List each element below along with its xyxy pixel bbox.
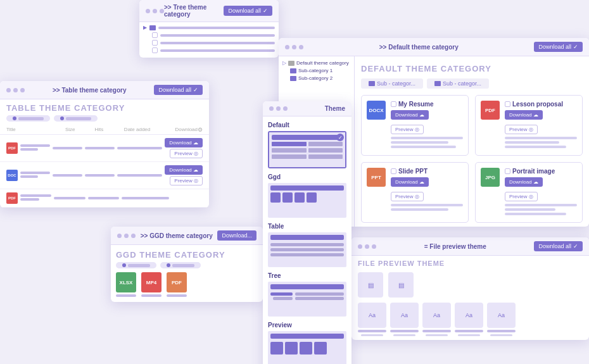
breadcrumb-sub-2: Sub-category 2: [290, 75, 350, 81]
dot1: [285, 45, 289, 49]
card-preview-button[interactable]: Preview ◎: [505, 125, 538, 134]
theme-body: Default ✓: [263, 116, 352, 364]
download-button[interactable]: Download ☁: [165, 138, 203, 147]
theme-item-default[interactable]: Default ✓: [268, 122, 346, 168]
download-icon: ✓: [263, 8, 268, 14]
default-category-heading: DEFAULT THEME CATEGORY: [361, 60, 583, 78]
default-body: DEFAULT THEME CATEGORY Sub - categor... …: [355, 56, 589, 227]
filter-tag-2[interactable]: [54, 115, 98, 122]
fp-window-title: = File preview theme: [424, 243, 486, 250]
card-preview-button[interactable]: Preview ◎: [391, 192, 424, 201]
filter-tag-2[interactable]: [160, 262, 201, 268]
tree-download-all-button[interactable]: Download all ✓: [224, 6, 272, 16]
table-download-all-button[interactable]: Download all ✓: [154, 85, 203, 95]
checkbox[interactable]: [152, 32, 158, 38]
ggd-cell: [282, 192, 293, 203]
tp-tree-line: [273, 297, 293, 300]
checkbox[interactable]: [152, 47, 158, 53]
dot1: [269, 106, 274, 111]
card-line: [391, 204, 463, 206]
dot3: [20, 88, 25, 92]
card-download-button[interactable]: Download ☁: [391, 177, 429, 187]
filter-line: [172, 264, 194, 267]
sub-items: Sub-category 1 Sub-category 2: [290, 68, 350, 81]
col-hits-header: Hits: [94, 127, 124, 133]
card-actions: Download ☁: [505, 177, 577, 187]
theme-item-tree[interactable]: Tree: [268, 272, 346, 317]
card-line: [505, 208, 555, 211]
tp-row: [272, 148, 343, 153]
sub-cat-tab-2[interactable]: Sub - categor...: [427, 78, 489, 89]
tree-line: [160, 49, 275, 52]
card-download-button[interactable]: Download ☁: [391, 110, 429, 120]
checkbox[interactable]: [391, 168, 396, 174]
row-line-short: [20, 198, 39, 201]
tree-row-2: [152, 32, 275, 38]
folder-icon: [288, 61, 294, 66]
card-preview-button[interactable]: Preview ◎: [505, 192, 538, 201]
table-preview-rows: [270, 243, 344, 256]
folder-icon: [290, 76, 296, 81]
fp-icon-line: [390, 330, 419, 332]
window-controls: [117, 234, 136, 238]
theme-preview-box: [269, 132, 345, 167]
tp-tree-line: [295, 292, 344, 296]
table-title-text: >> Table theme category: [53, 87, 127, 94]
sub-cat-icon: [434, 81, 441, 86]
card-download-button[interactable]: Download ☁: [505, 177, 543, 187]
ggd-title-text: >> GGD theme category: [141, 232, 213, 239]
dot1: [146, 9, 150, 13]
theme-item-preview[interactable]: Preview: [268, 322, 346, 364]
ggd-body: GGD THEME CATEGORY XLSX MP4 PDF: [111, 245, 263, 302]
row-line: [20, 144, 50, 147]
fp-thumb-1: ▤: [358, 272, 383, 298]
fp-top-row: ▤ ▤: [358, 272, 583, 298]
filter-line: [66, 117, 91, 120]
card-line: [391, 208, 448, 211]
download-button[interactable]: Download ☁: [165, 165, 203, 175]
fp-item-3: Aa: [422, 303, 451, 336]
checkbox[interactable]: [391, 101, 396, 107]
fp-icon-line: [455, 330, 483, 332]
theme-preview-ggd: [268, 183, 346, 218]
default-main: DEFAULT THEME CATEGORY Sub - categor... …: [355, 56, 589, 227]
tp-cell: [308, 142, 343, 146]
table-col-headers: Title Size Hits Date added Download ⚙: [0, 125, 209, 135]
fp-window-header: = File preview theme Download all ✓: [352, 237, 589, 256]
card-lines: [391, 204, 463, 211]
tree-download-all-label: Download all: [228, 8, 261, 14]
card-line: [505, 213, 566, 215]
theme-item-ggd[interactable]: Ggd: [268, 173, 346, 218]
gear-icon[interactable]: ⚙: [198, 127, 203, 133]
checkbox[interactable]: [152, 40, 158, 46]
sub-cat-tab-1[interactable]: Sub - categor...: [361, 78, 423, 89]
checkbox[interactable]: [505, 101, 510, 107]
default-download-all-button[interactable]: Download all ✓: [534, 42, 583, 52]
default-card-resume: DOCX My Resume Download ☁ Preview ◎: [361, 95, 469, 156]
ggd-download-all-button[interactable]: Download...: [217, 230, 256, 241]
tree-sub-rows: [152, 32, 275, 53]
card-preview-button[interactable]: Preview ◎: [391, 125, 424, 134]
preview-button[interactable]: Preview ◎: [170, 149, 203, 158]
theme-title-text: Theme: [325, 105, 345, 112]
row-hits: [85, 147, 115, 149]
sub-cat-text: Sub-category 2: [298, 75, 332, 81]
row-date: [117, 147, 162, 149]
table-window-title: >> Table theme category: [53, 87, 127, 94]
filter-tag-1[interactable]: [6, 115, 50, 122]
preview-button[interactable]: Preview ◎: [170, 176, 203, 185]
filter-tag-1[interactable]: [116, 262, 156, 268]
dot3: [160, 9, 164, 13]
checkbox[interactable]: [505, 168, 510, 174]
tree-preview-sidebar: [270, 292, 293, 300]
file-icon-pdf: PDF: [167, 272, 187, 292]
row-line: [20, 172, 50, 174]
card-download-button[interactable]: Download ☁: [505, 110, 543, 120]
item-line: [116, 294, 136, 297]
card-name-text: Lesson proposal: [512, 101, 563, 108]
card-name: My Resume: [391, 101, 463, 108]
fp-download-all-button[interactable]: Download all ✓: [534, 241, 583, 251]
col-size-header: Size: [65, 127, 94, 133]
theme-item-table[interactable]: Table: [268, 223, 346, 267]
tp-cell: [272, 142, 307, 146]
